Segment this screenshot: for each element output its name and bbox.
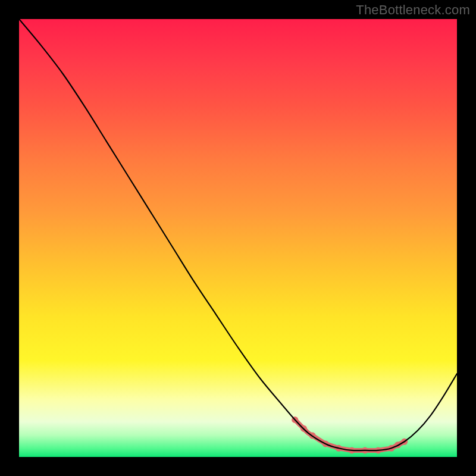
bottleneck-curve-line (19, 19, 457, 450)
watermark-text: TheBottleneck.com (356, 2, 470, 18)
chart-frame: TheBottleneck.com (0, 0, 476, 476)
chart-overlay (19, 19, 457, 457)
